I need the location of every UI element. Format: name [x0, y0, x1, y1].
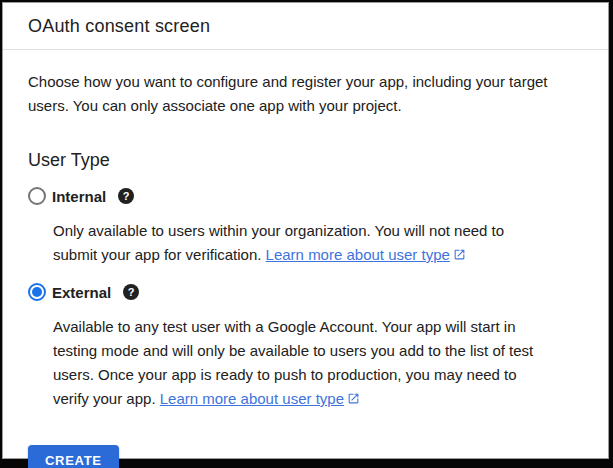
external-description: Available to any test user with a Google… — [53, 315, 550, 411]
help-icon[interactable]: ? — [123, 284, 139, 300]
intro-text: Choose how you want to configure and reg… — [28, 70, 548, 118]
card-body: Choose how you want to configure and reg… — [3, 50, 608, 468]
help-glyph: ? — [123, 191, 130, 202]
radio-option-external[interactable]: External ? — [28, 283, 583, 301]
screenshot-frame: OAuth consent screen Choose how you want… — [0, 0, 613, 468]
card-header: OAuth consent screen — [3, 3, 608, 49]
radio-internal-unselected[interactable] — [28, 187, 46, 205]
open-in-new-icon — [347, 392, 360, 405]
oauth-consent-card: OAuth consent screen Choose how you want… — [2, 2, 609, 459]
radio-label-external: External — [52, 284, 111, 301]
radio-label-internal: Internal — [52, 188, 106, 205]
open-in-new-icon — [453, 248, 466, 261]
create-button[interactable]: CREATE — [28, 445, 119, 468]
user-type-heading: User Type — [28, 150, 583, 171]
internal-description: Only available to users within your orga… — [53, 219, 550, 267]
help-icon[interactable]: ? — [118, 188, 134, 204]
radio-option-internal[interactable]: Internal ? — [28, 187, 583, 205]
learn-more-link-external[interactable]: Learn more about user type — [160, 390, 360, 407]
radio-external-selected[interactable] — [28, 283, 46, 301]
help-glyph: ? — [128, 287, 135, 298]
learn-more-link-internal[interactable]: Learn more about user type — [266, 246, 466, 263]
page-title: OAuth consent screen — [28, 16, 210, 37]
